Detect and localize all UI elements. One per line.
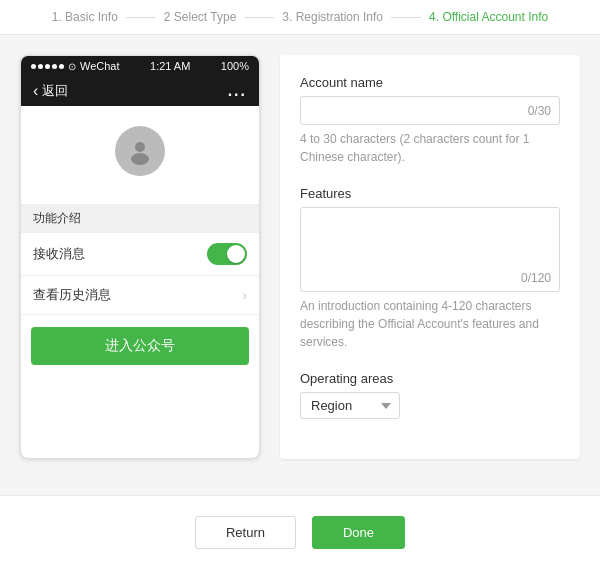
account-name-group: Account name 0/30 4 to 30 characters (2 … bbox=[300, 75, 560, 166]
history-menu-item[interactable]: 查看历史消息 › bbox=[21, 276, 259, 315]
phone-status-bar: ⊙ WeChat 1:21 AM 100% bbox=[21, 56, 259, 76]
svg-point-1 bbox=[131, 153, 149, 165]
phone-mockup: ⊙ WeChat 1:21 AM 100% ‹ 返回 ... bbox=[20, 55, 260, 459]
form-panel: Account name 0/30 4 to 30 characters (2 … bbox=[280, 55, 580, 459]
divider-2 bbox=[244, 17, 274, 18]
done-button[interactable]: Done bbox=[312, 516, 405, 549]
toggle-label: 接收消息 bbox=[33, 245, 85, 263]
chevron-right-icon: › bbox=[242, 287, 247, 303]
features-group: Features 0/120 An introduction containin… bbox=[300, 186, 560, 351]
time-label: 1:21 AM bbox=[150, 60, 190, 72]
history-label: 查看历史消息 bbox=[33, 286, 111, 304]
carrier-label: WeChat bbox=[80, 60, 120, 72]
divider-1 bbox=[126, 17, 156, 18]
enter-account-button[interactable]: 进入公众号 bbox=[31, 327, 249, 365]
return-button[interactable]: Return bbox=[195, 516, 296, 549]
avatar bbox=[115, 126, 165, 176]
account-name-char-count: 0/30 bbox=[528, 104, 551, 118]
step-3: 3. Registration Info bbox=[282, 10, 383, 24]
bottom-actions: Return Done bbox=[0, 495, 600, 569]
main-content: ⊙ WeChat 1:21 AM 100% ‹ 返回 ... bbox=[0, 35, 600, 479]
menu-label: 功能介绍 bbox=[21, 204, 259, 233]
features-char-count: 0/120 bbox=[521, 271, 551, 285]
phone-nav-bar: ‹ 返回 ... bbox=[21, 76, 259, 106]
step-2: 2 Select Type bbox=[164, 10, 237, 24]
page-wrapper: 1. Basic Info 2 Select Type 3. Registrat… bbox=[0, 0, 600, 569]
features-label: Features bbox=[300, 186, 560, 201]
wifi-icon: ⊙ bbox=[68, 61, 76, 72]
back-label: 返回 bbox=[42, 82, 68, 100]
account-name-hint: 4 to 30 characters (2 characters count f… bbox=[300, 130, 560, 166]
signal-dots bbox=[31, 64, 64, 69]
menu-section: 功能介绍 接收消息 查看历史消息 › bbox=[21, 204, 259, 315]
divider-3 bbox=[391, 17, 421, 18]
toggle-menu-item: 接收消息 bbox=[21, 233, 259, 276]
account-name-input-wrapper: 0/30 bbox=[300, 96, 560, 125]
features-textarea-wrapper: 0/120 bbox=[300, 207, 560, 292]
battery-label: 100% bbox=[221, 60, 249, 72]
region-select[interactable]: Region bbox=[300, 392, 400, 419]
step-4: 4. Official Account Info bbox=[429, 10, 548, 24]
progress-bar: 1. Basic Info 2 Select Type 3. Registrat… bbox=[0, 0, 600, 35]
avatar-section bbox=[21, 106, 259, 196]
features-hint: An introduction containing 4-120 charact… bbox=[300, 297, 560, 351]
back-button[interactable]: ‹ 返回 bbox=[33, 82, 68, 100]
account-name-label: Account name bbox=[300, 75, 560, 90]
svg-point-0 bbox=[135, 142, 145, 152]
operating-areas-label: Operating areas bbox=[300, 371, 560, 386]
back-arrow-icon: ‹ bbox=[33, 82, 38, 100]
step-1: 1. Basic Info bbox=[52, 10, 118, 24]
spacer bbox=[0, 479, 600, 495]
more-icon[interactable]: ... bbox=[228, 82, 247, 100]
operating-areas-group: Operating areas Region bbox=[300, 371, 560, 419]
toggle-switch[interactable] bbox=[207, 243, 247, 265]
status-left: ⊙ WeChat bbox=[31, 60, 120, 72]
account-name-input[interactable] bbox=[301, 97, 559, 124]
